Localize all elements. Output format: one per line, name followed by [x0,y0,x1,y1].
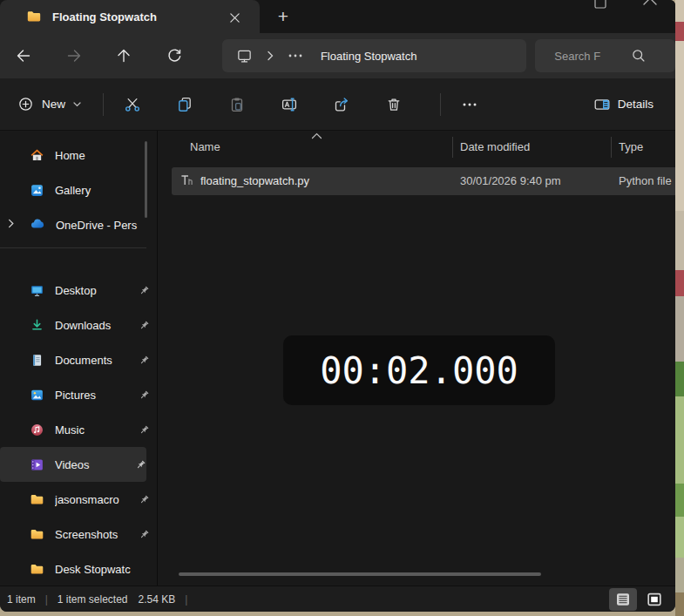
sidebar-item-downloads[interactable]: Downloads [0,308,157,342]
python-file-icon [180,173,195,188]
music-icon [30,423,44,437]
folder-icon [30,562,44,577]
paste-button[interactable] [220,89,254,120]
navigation-sidebar: Home Gallery OneDrive - Pers Desktop [0,131,158,586]
tab-bar: Floating Stopwatch + [0,0,675,33]
desktop-wallpaper-strip [675,0,684,616]
horizontal-scrollbar[interactable] [179,572,541,576]
new-tab-button[interactable]: + [268,2,298,31]
large-icons-view-button[interactable] [640,588,668,611]
file-list-pane: Name Date modified Type floating_stopwat… [158,131,675,586]
more-options-button[interactable] [452,89,487,120]
status-divider: | [185,593,187,606]
stopwatch-time: 00:02.000 [320,349,518,392]
sidebar-item-videos[interactable]: Videos [0,447,146,482]
sort-ascending-icon[interactable] [311,132,322,139]
search-box[interactable]: Search F [535,39,675,72]
column-header-type[interactable]: Type [619,140,643,153]
sidebar-item-screenshots[interactable]: Screenshots [0,517,157,552]
documents-icon [30,353,44,368]
pin-icon [139,320,150,331]
this-pc-icon [236,48,253,64]
forward-button[interactable] [59,40,89,71]
onedrive-icon [30,217,45,233]
sidebar-item-pictures[interactable]: Pictures [0,377,157,412]
pin-icon [139,389,150,401]
share-button[interactable] [324,89,359,120]
details-pane-icon [593,96,611,113]
plus-circle-icon [17,96,34,112]
breadcrumb-ellipsis-icon[interactable] [288,53,303,58]
maximize-icon[interactable] [593,0,607,10]
selection-size: 2.54 KB [139,593,176,606]
status-divider: | [45,593,48,606]
details-view-button[interactable] [609,588,637,611]
address-bar[interactable]: Floating Stopwatch [222,39,526,72]
pictures-icon [30,388,44,403]
explorer-tab[interactable]: Floating Stopwatch [0,0,260,33]
pin-icon [139,424,150,436]
desktop: Floating Stopwatch + [0,0,684,616]
folder-icon [30,527,44,542]
chevron-up-icon[interactable] [642,0,658,7]
toolbar-separator [440,93,441,116]
column-header-date-modified[interactable]: Date modified [460,140,530,153]
sidebar-item-desk-stopwatch[interactable]: Desk Stopwatc [0,552,157,586]
delete-button[interactable] [376,89,411,120]
cut-button[interactable] [115,89,150,120]
file-name: floating_stopwatch.py [200,174,309,187]
sidebar-scrollbar[interactable] [145,141,147,218]
expand-chevron-icon[interactable] [6,219,16,228]
search-icon[interactable] [631,48,647,64]
gallery-icon [30,183,44,198]
new-button[interactable]: New [7,90,91,119]
file-row-selected[interactable]: floating_stopwatch.py 30/01/2026 9:40 pm… [172,167,675,195]
close-tab-button[interactable] [225,8,244,27]
column-separator[interactable] [611,137,612,158]
column-header-name[interactable]: Name [190,140,220,153]
search-input[interactable]: Search F [554,50,600,63]
back-button[interactable] [9,40,38,71]
sidebar-item-gallery[interactable]: Gallery [0,173,157,207]
selection-count: 1 item selected [58,593,128,606]
sidebar-item-desktop[interactable]: Desktop [0,273,157,308]
pin-icon [139,285,150,296]
command-toolbar: New [0,78,675,131]
navigation-bar: Floating Stopwatch Search F [0,33,675,78]
sidebar-item-music[interactable]: Music [0,412,157,447]
pin-icon [139,494,150,505]
folder-icon [26,9,42,24]
chevron-down-icon [73,102,81,107]
toolbar-separator [103,93,104,116]
new-button-label: New [42,98,65,111]
folder-icon [30,492,44,507]
desktop-icon [30,283,44,298]
pin-icon [139,529,150,540]
view-toggle-group [609,588,668,611]
up-button[interactable] [109,40,139,71]
sidebar-item-home[interactable]: Home [0,138,157,173]
sidebar-item-documents[interactable]: Documents [0,342,157,377]
details-button-label: Details [618,98,654,111]
file-explorer-window: Floating Stopwatch + [0,0,675,612]
stopwatch-overlay[interactable]: 00:02.000 [283,335,555,405]
sidebar-separator [0,247,146,248]
item-count: 1 item [7,593,36,606]
refresh-button[interactable] [159,40,189,71]
videos-icon [30,457,44,472]
tab-title: Floating Stopwatch [52,10,157,24]
breadcrumb[interactable]: Floating Stopwatch [321,50,417,63]
sidebar-item-jasonsmacro[interactable]: jasonsmacro [0,482,157,517]
file-date-modified: 30/01/2026 9:40 pm [460,174,561,187]
sidebar-item-onedrive[interactable]: OneDrive - Pers [0,207,157,242]
pin-icon [135,459,146,470]
copy-button[interactable] [167,89,202,120]
file-type: Python file [619,174,672,187]
pin-icon [139,355,150,366]
rename-button[interactable] [272,89,307,120]
status-bar: 1 item | 1 item selected 2.54 KB | [0,586,675,612]
downloads-icon [30,318,44,333]
column-separator[interactable] [452,137,453,158]
details-button[interactable]: Details [593,96,654,113]
chevron-right-icon[interactable] [265,51,275,61]
